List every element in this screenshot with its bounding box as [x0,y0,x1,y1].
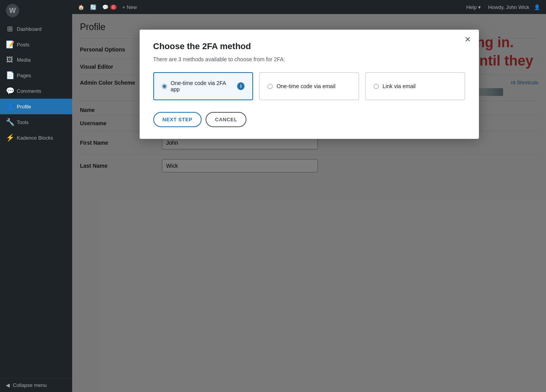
wordpress-logo-icon: W [6,4,19,17]
comments-topbar-icon: 💬 [102,4,108,10]
sidebar-item-label: Posts [17,42,30,48]
topbar-right: Help ▾ Howdy, John Wick 👤 [466,4,540,10]
2fa-modal: ✕ Choose the 2FA method There are 3 meth… [140,30,479,139]
next-step-button[interactable]: NEXT STEP [153,112,202,127]
profile-icon: 👤 [6,102,14,111]
media-icon: 🖼 [6,56,14,64]
sidebar-item-label: Kadence Blocks [17,135,53,141]
sidebar: W ⊞ Dashboard 📝 Posts 🖼 Media 📄 Pages 💬 … [0,0,72,392]
sidebar-item-label: Profile [17,104,31,110]
sidebar-item-media[interactable]: 🖼 Media [0,52,72,67]
method-email-link-label: Link via email [383,83,416,89]
page-area: Users are redirected here immediately af… [72,14,546,392]
method-email-link-radio[interactable] [374,84,379,89]
method-app-radio[interactable] [162,84,167,89]
pages-icon: 📄 [6,71,14,80]
modal-actions: NEXT STEP CANCEL [153,112,465,127]
modal-overlay: ✕ Choose the 2FA method There are 3 meth… [72,14,546,392]
collapse-icon: ◀ [6,382,10,388]
help-button[interactable]: Help ▾ [466,4,480,10]
sidebar-item-kadence[interactable]: ⚡ Kadence Blocks [0,130,72,145]
cancel-button[interactable]: CANCEL [206,112,246,127]
topbar-comments[interactable]: 💬 0 [102,4,117,10]
sidebar-item-posts[interactable]: 📝 Posts [0,37,72,52]
modal-close-button[interactable]: ✕ [464,35,471,43]
modal-title: Choose the 2FA method [153,41,465,51]
sidebar-item-label: Dashboard [17,26,42,32]
dashboard-icon: ⊞ [6,25,14,33]
sidebar-item-comments[interactable]: 💬 Comments [0,83,72,99]
topbar-home[interactable]: 🏠 [78,4,84,10]
sidebar-item-label: Comments [17,88,41,94]
sidebar-item-profile[interactable]: 👤 Profile [0,99,72,114]
tools-icon: 🔧 [6,118,14,126]
sidebar-menu: ⊞ Dashboard 📝 Posts 🖼 Media 📄 Pages 💬 Co… [0,21,72,378]
method-app[interactable]: One-time code via 2FA app i [153,72,254,100]
method-app-label: One-time code via 2FA app [171,80,234,92]
sidebar-item-label: Pages [17,73,31,78]
sidebar-item-dashboard[interactable]: ⊞ Dashboard [0,21,72,37]
updates-icon: 🔄 [90,4,96,10]
howdy-text: Howdy, John Wick [488,4,529,10]
sidebar-item-tools[interactable]: 🔧 Tools [0,114,72,130]
modal-description: There are 3 methods available to choose … [153,56,465,62]
method-options: One-time code via 2FA app i One-time cod… [153,72,465,100]
method-email-code[interactable]: One-time code via email [259,72,359,100]
posts-icon: 📝 [6,40,14,49]
method-app-info-icon: i [237,82,245,90]
method-email-link[interactable]: Link via email [365,72,465,100]
sidebar-logo: W [0,0,72,21]
topbar: 🏠 🔄 💬 0 + New Help ▾ Howdy, John Wick 👤 [72,0,546,14]
collapse-menu-button[interactable]: ◀ Collapse menu [0,378,72,392]
main-content: 🏠 🔄 💬 0 + New Help ▾ Howdy, John Wick 👤 … [72,0,546,392]
new-label: + New [122,4,137,10]
home-icon: 🏠 [78,4,84,10]
method-email-code-label: One-time code via email [277,83,335,89]
topbar-new[interactable]: + New [122,4,137,10]
kadence-icon: ⚡ [6,133,14,142]
topbar-updates[interactable]: 🔄 [90,4,96,10]
sidebar-item-label: Media [17,57,30,63]
collapse-label: Collapse menu [13,382,47,388]
comments-count: 0 [110,5,117,10]
sidebar-item-label: Tools [17,119,28,125]
sidebar-item-pages[interactable]: 📄 Pages [0,67,72,83]
method-email-code-radio[interactable] [268,84,273,89]
comments-icon: 💬 [6,87,14,95]
user-avatar-icon: 👤 [534,4,540,10]
